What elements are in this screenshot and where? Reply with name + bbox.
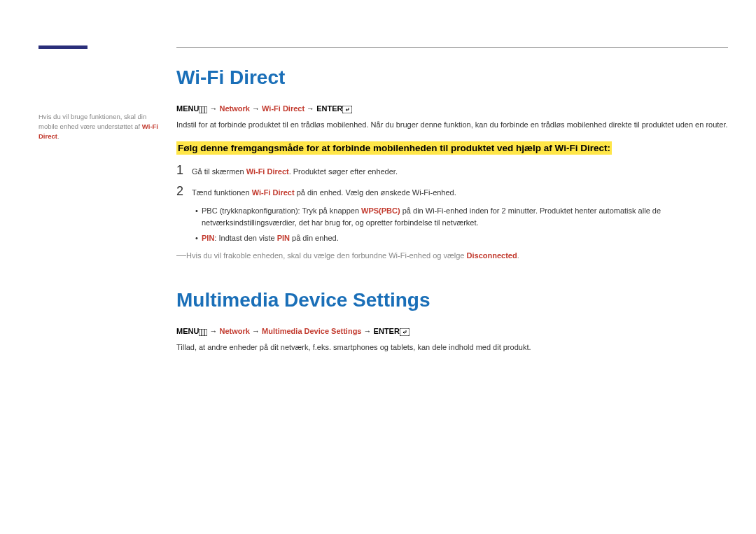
enter-label: ENTER xyxy=(316,104,342,113)
bullet-dot: • xyxy=(192,205,202,228)
wifi-description: Indstil for at forbinde produktet til en… xyxy=(176,119,728,131)
step2-pre: Tænd funktionen xyxy=(192,188,252,197)
section-multimedia: Multimedia Device Settings MENU → Networ… xyxy=(176,289,728,353)
arrow: → xyxy=(207,104,219,113)
highlight-text: Følg denne fremgangsmåde for at forbinde… xyxy=(176,141,612,155)
arrow: → xyxy=(304,104,316,113)
note-text: Hvis du vil frakoble enheden, skal du væ… xyxy=(186,250,519,262)
bullet-pin: • PIN: Indtast den viste PIN på din enhe… xyxy=(192,232,728,244)
step-text: Gå til skærmen Wi-Fi Direct. Produktet s… xyxy=(192,164,398,178)
enter-label: ENTER xyxy=(374,327,400,335)
nav-network: Network xyxy=(220,104,250,113)
nav-network: Network xyxy=(220,327,250,335)
horizontal-rule xyxy=(176,47,728,48)
svg-rect-4 xyxy=(199,329,207,336)
section-title-wifi-direct: Wi-Fi Direct xyxy=(176,66,728,89)
step1-hl: Wi-Fi Direct xyxy=(246,167,289,176)
menu-grid-icon xyxy=(199,328,207,336)
manual-page: Hvis du vil bruge funktionen, skal din m… xyxy=(0,0,756,534)
nav-wifi-direct: Wi-Fi Direct xyxy=(262,104,304,113)
b2-hl1: PIN xyxy=(202,234,214,242)
bullet-list: • PBC (trykknapkonfiguration): Tryk på k… xyxy=(192,205,728,244)
step-text: Tænd funktionen Wi-Fi Direct på din enhe… xyxy=(192,185,456,199)
bullet-text: PBC (trykknapkonfiguration): Tryk på kna… xyxy=(202,205,728,228)
footnote: ― Hvis du vil frakoble enheden, skal du … xyxy=(176,250,728,262)
highlight-instruction: Følg denne fremgangsmåde for at forbinde… xyxy=(176,141,728,156)
step-2: 2 Tænd funktionen Wi-Fi Direct på din en… xyxy=(176,185,728,199)
menu-grid-icon xyxy=(199,105,207,113)
menu-path-multimedia: MENU → Network → Multimedia Device Setti… xyxy=(176,327,728,336)
arrow: → xyxy=(250,104,262,113)
step1-pre: Gå til skærmen xyxy=(192,167,246,176)
sidebar-text-prefix: Hvis du vil bruge funktionen, skal din m… xyxy=(38,113,146,130)
multimedia-description: Tillad, at andre enheder på dit netværk,… xyxy=(176,342,728,353)
step-number: 2 xyxy=(176,185,192,197)
sidebar-note: Hvis du vil bruge funktionen, skal din m… xyxy=(38,112,164,141)
step-1: 1 Gå til skærmen Wi-Fi Direct. Produktet… xyxy=(176,164,728,178)
b1-hl: WPS(PBC) xyxy=(361,206,400,215)
menu-path-wifi: MENU → Network → Wi-Fi Direct → ENTER xyxy=(176,104,728,113)
b2-hl2: PIN xyxy=(277,234,290,242)
step1-post: . Produktet søger efter enheder. xyxy=(289,167,398,176)
menu-label: MENU xyxy=(176,327,199,335)
nav-multimedia: Multimedia Device Settings xyxy=(262,327,361,335)
note-pre: Hvis du vil frakoble enheden, skal du væ… xyxy=(186,251,467,260)
svg-rect-0 xyxy=(199,106,207,113)
b1-pre: PBC (trykknapkonfiguration): Tryk på kna… xyxy=(202,206,361,215)
arrow: → xyxy=(250,327,262,335)
arrow: → xyxy=(207,327,219,335)
main-content: Wi-Fi Direct MENU → Network → Wi-Fi Dire… xyxy=(176,42,728,353)
arrow: → xyxy=(361,327,373,335)
bullet-text: PIN: Indtast den viste PIN på din enhed. xyxy=(202,232,339,244)
note-hl: Disconnected xyxy=(467,251,517,260)
accent-bar xyxy=(38,45,88,49)
step2-post: på din enhed. Vælg den ønskede Wi-Fi-enh… xyxy=(295,188,456,197)
section-title-multimedia: Multimedia Device Settings xyxy=(176,289,728,311)
note-post: . xyxy=(517,251,519,260)
bullet-dot: • xyxy=(192,232,202,244)
step-number: 1 xyxy=(176,164,192,176)
steps-list: 1 Gå til skærmen Wi-Fi Direct. Produktet… xyxy=(176,164,728,198)
step2-hl: Wi-Fi Direct xyxy=(252,188,295,197)
b2-post: på din enhed. xyxy=(290,234,339,242)
sidebar-text-suffix: . xyxy=(57,132,59,140)
bullet-pbc: • PBC (trykknapkonfiguration): Tryk på k… xyxy=(192,205,728,228)
enter-return-icon xyxy=(342,105,352,113)
enter-return-icon xyxy=(400,328,410,336)
b2-mid: : Indtast den viste xyxy=(214,234,276,242)
note-dash: ― xyxy=(176,250,186,262)
menu-label: MENU xyxy=(176,104,199,113)
